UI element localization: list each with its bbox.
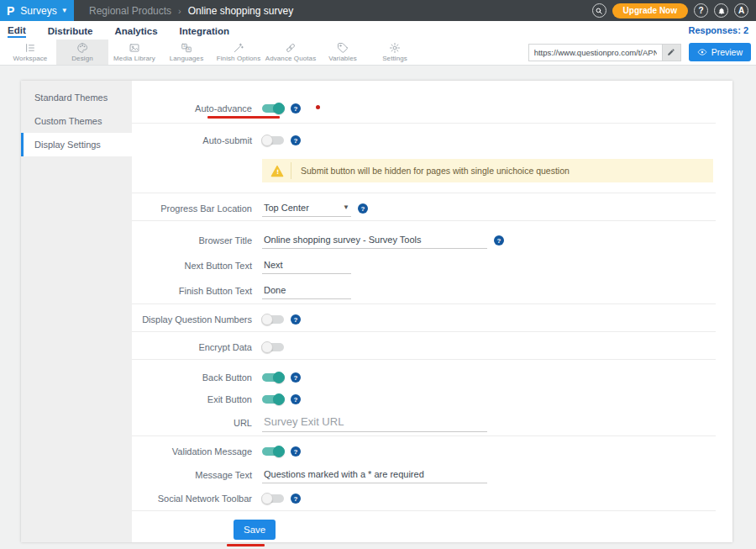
toolbar-workspace[interactable]: Workspace — [4, 40, 56, 65]
responses-count[interactable]: Responses: 2 — [688, 25, 748, 35]
message-text-input[interactable] — [262, 467, 487, 483]
toolbar-advance-quotas[interactable]: Advance Quotas — [265, 40, 317, 65]
breadcrumb-separator: › — [178, 6, 181, 16]
preview-button[interactable]: Preview — [689, 43, 751, 61]
tab-distribute[interactable]: Distribute — [48, 24, 93, 37]
survey-tabs: Edit Distribute Analytics Integration Re… — [0, 21, 756, 40]
tag-icon — [337, 42, 349, 54]
annotation-underline-auto-advance — [207, 116, 280, 119]
svg-text:A: A — [187, 47, 190, 51]
display-settings-card: Standard Themes Custom Themes Display Se… — [21, 81, 732, 542]
browser-title-help-icon[interactable]: ? — [494, 235, 504, 245]
sidebar-item-custom-themes[interactable]: Custom Themes — [21, 109, 132, 133]
back-button-row: Back Button ? — [132, 367, 716, 388]
next-button-text-row: Next Button Text — [132, 253, 716, 278]
auto-advance-row: Auto-advance ? — [132, 94, 716, 123]
themes-sidebar: Standard Themes Custom Themes Display Se… — [21, 81, 132, 542]
exit-url-label: URL — [132, 418, 252, 428]
next-button-text-input[interactable] — [262, 258, 351, 274]
divider — [132, 304, 716, 304]
exit-button-label: Exit Button — [132, 394, 252, 404]
translate-icon: aA — [181, 42, 192, 54]
save-button[interactable]: Save — [234, 520, 276, 540]
exit-button-help-icon[interactable]: ? — [291, 394, 301, 404]
back-button-toggle[interactable] — [262, 373, 284, 382]
top-bar: P Surveys ▼ Regional Products › Online s… — [0, 0, 756, 21]
auto-advance-help-icon[interactable]: ? — [291, 103, 301, 113]
help-button[interactable]: ? — [694, 3, 708, 18]
toolbar-media-library[interactable]: Media Library — [108, 40, 160, 65]
social-network-toolbar-toggle[interactable] — [262, 494, 284, 503]
toolbar-finish-options[interactable]: Finish Options — [213, 40, 265, 65]
social-network-toolbar-help-icon[interactable]: ? — [291, 494, 301, 504]
topbar-actions: Upgrade Now ? A — [592, 3, 756, 18]
auto-advance-toggle[interactable] — [262, 104, 284, 113]
auto-submit-row: Auto-submit ? — [132, 129, 716, 152]
encrypt-data-label: Encrypt Data — [132, 342, 252, 352]
exit-url-input[interactable] — [262, 414, 487, 432]
auto-submit-toggle[interactable] — [262, 136, 284, 145]
exit-button-row: Exit Button ? — [132, 388, 716, 410]
browser-title-input[interactable] — [262, 233, 487, 249]
auto-submit-label: Auto-submit — [132, 135, 252, 145]
product-name: Surveys — [20, 5, 56, 17]
main-area: Standard Themes Custom Themes Display Se… — [0, 81, 756, 549]
social-network-toolbar-label: Social Network Toolbar — [132, 494, 252, 504]
warning-text: Submit button will be hidden for pages w… — [291, 166, 570, 176]
sidebar-item-standard-themes[interactable]: Standard Themes — [21, 86, 132, 109]
toolbar-settings[interactable]: Settings — [369, 40, 421, 65]
toolbar-right: Preview — [528, 40, 756, 65]
progress-bar-location-help-icon[interactable]: ? — [358, 203, 368, 214]
message-text-label: Message Text — [132, 470, 252, 480]
auto-submit-help-icon[interactable]: ? — [291, 135, 301, 145]
message-text-row: Message Text — [132, 463, 716, 487]
validation-message-help-icon[interactable]: ? — [291, 446, 301, 457]
warning-banner: ! Submit button will be hidden for pages… — [262, 159, 713, 182]
toolbar-languages[interactable]: aA Languages — [160, 40, 213, 65]
progress-bar-location-select[interactable]: Top Center ▼ — [262, 201, 351, 217]
divider — [132, 510, 716, 511]
breadcrumb-parent[interactable]: Regional Products — [89, 5, 171, 17]
browser-title-label: Browser Title — [132, 235, 252, 245]
back-button-help-icon[interactable]: ? — [291, 372, 301, 383]
save-row: Save — [132, 520, 716, 549]
chevron-down-icon: ▼ — [61, 7, 68, 14]
divider — [132, 123, 716, 124]
account-avatar[interactable]: A — [734, 3, 748, 18]
annotation-red-dot — [316, 105, 320, 109]
social-network-toolbar-row: Social Network Toolbar ? — [132, 487, 716, 510]
questionpro-logo-icon: P — [7, 5, 14, 17]
encrypt-data-toggle[interactable] — [262, 343, 284, 351]
divider — [132, 331, 716, 332]
finish-button-text-label: Finish Button Text — [132, 286, 252, 296]
notifications-button[interactable] — [714, 3, 728, 18]
finish-button-text-input[interactable] — [262, 283, 351, 299]
toolbar-variables[interactable]: Variables — [317, 40, 369, 65]
auto-advance-label: Auto-advance — [132, 103, 252, 113]
sidebar-item-display-settings[interactable]: Display Settings — [21, 133, 132, 156]
encrypt-data-row: Encrypt Data — [132, 335, 716, 359]
bell-icon — [717, 7, 726, 15]
surveys-menu[interactable]: P Surveys ▼ — [0, 0, 74, 21]
warning-triangle-icon: ! — [262, 165, 291, 177]
exit-button-toggle[interactable] — [262, 395, 284, 404]
divider — [132, 193, 716, 193]
validation-message-label: Validation Message — [132, 446, 252, 457]
validation-message-toggle[interactable] — [262, 447, 284, 456]
palette-icon — [76, 42, 88, 54]
display-question-numbers-help-icon[interactable]: ? — [291, 314, 301, 325]
tab-analytics[interactable]: Analytics — [114, 24, 157, 37]
tab-edit[interactable]: Edit — [8, 24, 26, 38]
upgrade-now-button[interactable]: Upgrade Now — [612, 3, 688, 18]
breadcrumb: Regional Products › Online shopping surv… — [89, 5, 293, 17]
toolbar-design[interactable]: Design — [56, 40, 108, 65]
display-question-numbers-toggle[interactable] — [262, 315, 284, 324]
design-toolbar: Workspace Design Media Library aA Langua… — [0, 40, 756, 66]
links-icon — [285, 42, 297, 54]
tab-integration[interactable]: Integration — [180, 24, 229, 37]
search-button[interactable] — [592, 3, 606, 18]
edit-url-button[interactable] — [662, 45, 680, 61]
survey-url-input[interactable] — [529, 45, 662, 61]
divider — [132, 436, 716, 436]
image-icon — [129, 42, 140, 54]
